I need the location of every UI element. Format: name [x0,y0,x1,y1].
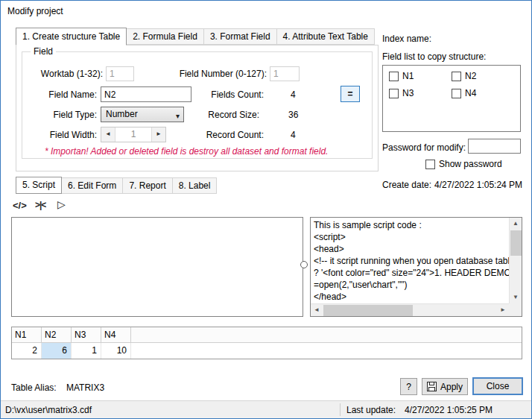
worktab-label: Worktab (1-32): [30,69,103,79]
script-sample-box[interactable]: This is sample script code : <script> <h… [310,217,522,317]
tab-report[interactable]: 7. Report [122,177,172,194]
password-label: Password for modify: [382,142,466,153]
apply-button-label: Apply [440,382,463,392]
scroll-down-icon[interactable]: ▼ [510,292,522,303]
structure-tabstrip: 1. Create structure Table 2. Formula Fie… [16,28,375,45]
grid-data-row: 2 6 1 10 [12,343,522,359]
grid-header-cell[interactable]: N3 [72,327,101,343]
field-name-label: Field Name: [30,89,97,100]
scroll-right-icon[interactable]: ► [497,304,509,316]
field-width-value: 1 [115,127,151,142]
checkbox-label: N3 [402,88,414,98]
close-button[interactable]: Close [472,377,523,395]
grid-header-cell[interactable]: N4 [101,327,131,343]
grid-row-filler [131,343,522,359]
statusbar-divider [340,403,341,416]
tab-script[interactable]: 5. Script [16,177,62,194]
field-type-label: Field Type: [30,110,97,120]
field-checkbox-n2[interactable]: N2 [452,71,476,81]
field-copy-listbox[interactable]: N1 N2 N3 N4 [382,65,521,132]
worktab-input[interactable] [106,66,134,81]
tab-label[interactable]: 8. Label [172,177,218,194]
password-input[interactable] [468,139,521,154]
collapse-icon[interactable]: >|< [35,200,45,210]
grid-header-cell[interactable]: N1 [12,327,42,343]
grid-header-filler [131,327,522,343]
grid-cell[interactable]: 1 [72,343,101,359]
tab-create-structure-table[interactable]: 1. Create structure Table [16,28,127,45]
grid-cell[interactable]: 2 [12,343,42,359]
grid-header-row: N1 N2 N3 N4 [12,327,522,343]
field-number-input[interactable] [270,66,300,81]
splitter-handle[interactable] [300,261,308,268]
table-alias-value: MATRIX3 [66,382,104,393]
last-update-label: Last update: [346,405,396,415]
last-update-value: 4/27/2022 1:05:25 PM [405,405,493,415]
spinner-right-arrow-icon[interactable]: ► [151,127,165,142]
show-password-checkbox[interactable]: Show password [425,159,502,169]
field-number-label: Field Number (0-127): [162,69,267,79]
horizontal-scrollbar[interactable]: ◄ ► [311,303,509,316]
script-tabstrip: 5. Script 6. Edit Form 7. Report 8. Labe… [16,177,217,194]
field-name-input[interactable] [101,86,191,102]
title-bar[interactable]: Modify project [1,1,531,22]
checkbox-icon [452,72,461,81]
field-type-value: Number [106,109,138,119]
field-groupbox: Field Worktab (1-32): Field Number (0-12… [22,51,373,159]
tab-edit-form[interactable]: 6. Edit Form [61,177,123,194]
checkbox-label: N1 [402,71,414,81]
record-size-value: 36 [288,110,298,120]
tab-attribute-text-table[interactable]: 4. Attribute Text Table [276,28,375,45]
save-icon [427,382,437,391]
grid-cell[interactable]: 10 [101,343,131,359]
file-path-text: D:\vx\user\matrix3.cdf [5,405,92,415]
scroll-up-icon[interactable]: ▲ [510,218,522,230]
grid-cell-selected[interactable]: 6 [42,343,72,359]
fields-count-value: 4 [291,89,296,100]
code-icon[interactable]: </> [13,200,27,211]
script-editor[interactable] [11,217,303,317]
field-checkbox-n3[interactable]: N3 [389,88,414,98]
checkbox-icon [452,89,461,98]
index-name-label: Index name: [382,34,431,44]
equals-button[interactable]: = [341,86,360,102]
apply-button[interactable]: Apply [422,378,468,395]
table-alias-label: Table Alias: [11,382,57,393]
record-count-label: Record Count: [192,130,264,140]
checkbox-icon [389,89,399,98]
create-date-value: 4/27/2022 1:05:24 PM [434,180,522,190]
tab-format-field[interactable]: 3. Format Field [203,28,277,45]
destroy-warning-text: * Importan! Added or deleted field is de… [45,146,328,157]
script-sample-text: This is sample script code : <script> <h… [311,218,509,303]
show-password-label: Show password [439,159,502,169]
vertical-scrollbar[interactable]: ▲ ▼ [509,218,522,303]
scroll-left-icon[interactable]: ◄ [311,304,323,316]
window-title: Modify project [7,6,63,16]
checkbox-label: N2 [465,71,476,81]
checkbox-icon [425,160,435,169]
vertical-scroll-thumb[interactable] [510,230,522,256]
run-icon[interactable]: ▷ [57,198,66,210]
horizontal-scroll-thumb[interactable] [323,305,413,316]
chevron-down-icon: ▾ [176,109,180,123]
record-size-label: Record Size: [197,110,259,120]
field-checkbox-n1[interactable]: N1 [389,71,414,81]
checkbox-label: N4 [465,88,476,98]
grid-header-cell[interactable]: N2 [42,327,72,343]
field-width-spinner[interactable]: ◄ 1 ► [101,127,166,142]
create-date-label: Create date: [382,180,431,190]
scrollbar-corner [509,303,522,316]
help-button[interactable]: ? [400,378,417,395]
spinner-left-arrow-icon[interactable]: ◄ [101,127,115,142]
modify-project-dialog: Modify project 1. Create structure Table… [0,0,532,419]
field-checkbox-n4[interactable]: N4 [452,88,476,98]
field-type-select[interactable]: Number ▾ [101,107,184,122]
fields-count-label: Fields Count: [197,89,264,100]
status-bar: D:\vx\user\matrix3.cdf Last update: 4/27… [1,400,531,418]
checkbox-icon [389,72,399,81]
field-width-label: Field Width: [30,130,97,140]
record-count-value: 4 [291,130,296,140]
tab-formula-field[interactable]: 2. Formula Field [126,28,204,45]
copy-structure-label: Field list to copy structure: [382,51,486,62]
field-groupbox-legend: Field [31,46,56,57]
